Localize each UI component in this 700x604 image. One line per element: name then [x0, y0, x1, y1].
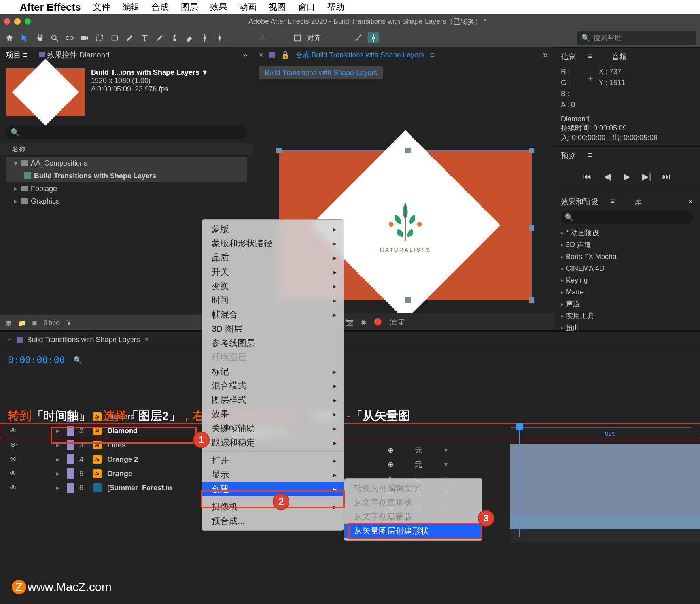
maximize-window-button[interactable]: [25, 18, 31, 25]
mac-menubar[interactable]: After Effects 文件 编辑 合成 图层 效果 动画 视图 窗口 帮助: [0, 0, 700, 14]
pen-tool-icon[interactable]: [124, 32, 135, 43]
ctx-mask-shape-path[interactable]: 蒙版和形状路径: [202, 236, 344, 251]
fit-dropdown[interactable]: (自定: [389, 317, 405, 327]
zoom-tool-icon[interactable]: [49, 32, 60, 43]
ctx-guide-layer[interactable]: 参考线图层: [202, 336, 344, 350]
new-comp-icon[interactable]: ▣: [32, 319, 38, 327]
menu-layer[interactable]: 图层: [181, 1, 198, 13]
current-time-indicator[interactable]: [519, 427, 520, 537]
timeline-timecode[interactable]: 0:00:00:00: [8, 355, 65, 366]
create-submenu[interactable]: 转换为可编辑文字 从文字创建形状 从文字创建蒙版 从矢量图层创建形状: [344, 478, 482, 541]
eraser-tool-icon[interactable]: [184, 32, 195, 43]
visibility-icon[interactable]: 👁: [10, 441, 17, 449]
panel-close-icon[interactable]: ×: [259, 51, 263, 59]
next-frame-button[interactable]: ▶|: [641, 171, 653, 183]
selection-tool-icon[interactable]: [19, 32, 30, 43]
ctx-time[interactable]: 时间: [202, 293, 344, 308]
ctx-3d-layer[interactable]: 3D 图层: [202, 322, 344, 336]
ctx-frame-blending[interactable]: 帧混合: [202, 308, 344, 322]
effcat-matte[interactable]: ▸Matte: [561, 286, 693, 298]
orbit-tool-icon[interactable]: [64, 32, 75, 43]
menu-window[interactable]: 窗口: [298, 1, 315, 13]
clone-stamp-tool-icon[interactable]: [169, 32, 180, 43]
interpret-footage-icon[interactable]: ▦: [6, 319, 12, 327]
preview-tab[interactable]: 预览: [561, 151, 576, 161]
comp-tab-label[interactable]: 合成 Build Transitions with Shape Layers: [295, 50, 424, 60]
last-frame-button[interactable]: ⏭: [660, 171, 672, 183]
play-button[interactable]: ▶: [621, 171, 633, 183]
trash-icon[interactable]: 🗑: [65, 319, 71, 327]
motion-blur-icon[interactable]: ⊕: [388, 446, 394, 455]
ctx-quality[interactable]: 品质: [202, 251, 344, 265]
library-tab[interactable]: 库: [634, 197, 642, 207]
sub-shapes-from-vector[interactable]: 从矢量图层创建形状: [344, 524, 482, 538]
effcat-keying[interactable]: ▸Keying: [561, 274, 693, 286]
text-tool-icon[interactable]: [139, 32, 150, 43]
timeline-tab-label[interactable]: Build Transitions with Shape Layers: [27, 336, 140, 344]
panel-chevron-icon[interactable]: »: [543, 50, 548, 60]
project-item-name[interactable]: Build T...ions with Shape Layers ▼: [91, 68, 208, 77]
effcat-3d-channel[interactable]: ▸3D 声道: [561, 239, 693, 251]
comp-build-transitions[interactable]: Build Transitions with Shape Layers: [6, 170, 247, 182]
folder-graphics[interactable]: ▸Graphics: [6, 195, 247, 208]
project-tab[interactable]: 项目 ≡: [6, 50, 27, 60]
effcat-anim-presets[interactable]: ▸* 动画预设: [561, 227, 693, 239]
project-search-input[interactable]: 🔍: [6, 126, 247, 139]
effcat-distort[interactable]: ▸扭曲: [561, 322, 693, 334]
ctx-create[interactable]: 创建: [202, 482, 344, 496]
panel-chevron-icon[interactable]: »: [243, 51, 247, 59]
effects-presets-tab[interactable]: 效果和预设: [561, 197, 598, 207]
close-window-button[interactable]: [4, 18, 10, 25]
ctx-open[interactable]: 打开: [202, 453, 344, 468]
align-label[interactable]: 对齐: [307, 33, 321, 43]
help-search-input[interactable]: 🔍 搜索帮助: [577, 31, 696, 45]
first-frame-button[interactable]: ⏮: [581, 171, 593, 183]
flowchart-pill[interactable]: Build Transitions with Shape Layers: [259, 66, 383, 79]
roto-brush-tool-icon[interactable]: [199, 32, 210, 43]
lock-icon[interactable]: 🔒: [281, 51, 289, 59]
camera-tool-icon[interactable]: [79, 32, 90, 43]
color-mgmt-icon[interactable]: 🔴: [374, 318, 382, 326]
settings-icon[interactable]: [368, 32, 379, 43]
hand-tool-icon[interactable]: [34, 32, 45, 43]
pan-behind-tool-icon[interactable]: [94, 32, 105, 43]
menu-effect[interactable]: 效果: [210, 1, 227, 13]
layer-bars[interactable]: [510, 444, 700, 543]
ctx-blending-mode[interactable]: 混合模式: [202, 379, 344, 393]
new-folder-icon[interactable]: 📁: [18, 319, 26, 327]
audio-tab[interactable]: 音频: [612, 52, 627, 62]
effects-search-input[interactable]: 🔍: [561, 211, 693, 224]
folder-aa-compositions[interactable]: ▾AA_Compositions: [6, 157, 247, 170]
ctx-layer-styles[interactable]: 图层样式: [202, 393, 344, 407]
effcat-borisfx[interactable]: ▸Boris FX Mocha: [561, 251, 693, 262]
brush-tool-icon[interactable]: [154, 32, 165, 43]
ctx-markers[interactable]: 标记: [202, 364, 344, 379]
prev-frame-button[interactable]: ◀: [601, 171, 613, 183]
folder-footage[interactable]: ▸Footage: [6, 182, 247, 195]
channels-icon[interactable]: ◉: [361, 318, 367, 326]
effcat-cinema4d[interactable]: ▸CINEMA 4D: [561, 262, 693, 274]
visibility-icon[interactable]: 👁: [10, 484, 17, 492]
ctx-effect[interactable]: 效果: [202, 407, 344, 421]
ctx-track-stabilize[interactable]: 跟踪和稳定: [202, 436, 344, 450]
layer-context-menu[interactable]: 蒙版 蒙版和形状路径 品质 开关 变换 时间 帧混合 3D 图层 参考线图层 环…: [202, 219, 344, 531]
visibility-icon[interactable]: 👁: [10, 470, 17, 478]
ctx-switches[interactable]: 开关: [202, 265, 344, 279]
effcat-utility[interactable]: ▸实用工具: [561, 310, 693, 322]
puppet-tool-icon[interactable]: [214, 32, 225, 43]
snap-checkbox-icon[interactable]: [292, 32, 303, 43]
menu-view[interactable]: 视图: [269, 1, 286, 13]
column-name[interactable]: 名称: [12, 145, 25, 154]
effcat-channel[interactable]: ▸声道: [561, 298, 693, 310]
rectangle-tool-icon[interactable]: [109, 32, 120, 43]
ctx-keyframe-assistant[interactable]: 关键帧辅助: [202, 421, 344, 436]
ctx-precompose[interactable]: 预合成...: [202, 514, 344, 528]
wand-icon[interactable]: [353, 32, 364, 43]
panel-chevron-icon[interactable]: »: [689, 197, 693, 207]
bpc-toggle[interactable]: 8 bpc: [44, 319, 59, 327]
menu-animation[interactable]: 动画: [239, 1, 257, 13]
menu-file[interactable]: 文件: [93, 1, 110, 13]
timeline-search-icon[interactable]: 🔍: [73, 356, 82, 364]
effect-controls-tab[interactable]: 效果控件 Diamond: [39, 50, 109, 60]
info-tab[interactable]: 信息: [561, 52, 576, 62]
